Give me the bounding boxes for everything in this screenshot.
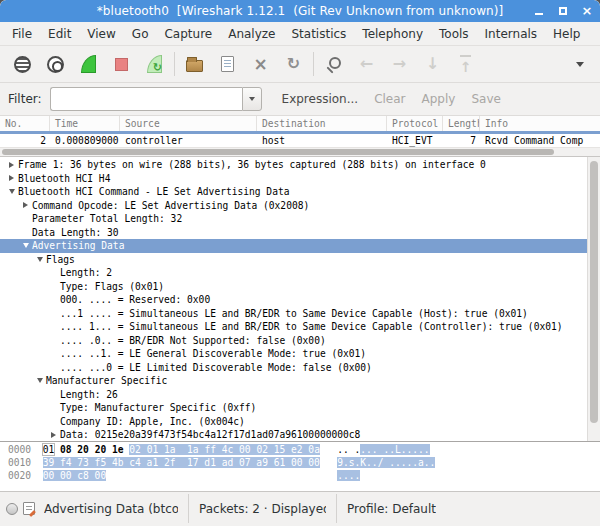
packet-list-pane: No.TimeSourceDestinationProtocolLengthIn… xyxy=(0,116,600,157)
expert-info-icon[interactable] xyxy=(6,503,18,515)
toolbar-separator xyxy=(174,52,175,76)
close-file-button[interactable]: × xyxy=(244,50,277,78)
status-field-info: Advertising Data (btcommon... xyxy=(44,502,178,516)
detail-row[interactable]: ...1 .... = Simultaneous LE and BR/EDR t… xyxy=(0,307,587,321)
open-file-button[interactable] xyxy=(178,50,211,78)
packet-cell: host xyxy=(257,134,387,147)
packet-list-column-header[interactable]: Protocol xyxy=(387,116,443,131)
detail-vscrollbar[interactable] xyxy=(587,157,600,441)
expression-button[interactable]: Expression... xyxy=(276,88,365,110)
expander-closed-icon[interactable] xyxy=(47,432,60,438)
interfaces-button[interactable] xyxy=(6,50,39,78)
capture-options-button[interactable] xyxy=(39,50,72,78)
packet-cell: HCI_EVT xyxy=(387,134,443,147)
packet-list-column-header[interactable]: Length xyxy=(443,116,480,131)
detail-row-label: Manufacturer Specific xyxy=(46,375,167,386)
expander-closed-icon[interactable] xyxy=(19,202,32,208)
packet-list-column-header[interactable]: Source xyxy=(120,116,257,131)
detail-row-label: Advertising Data xyxy=(32,240,124,251)
detail-row-label: .... .0.. = BR/EDR Not Supported: false … xyxy=(60,335,326,346)
reload-icon: ↻ xyxy=(287,56,300,72)
menu-item-edit[interactable]: Edit xyxy=(40,24,79,44)
detail-tree: Frame 1: 36 bytes on wire (288 bits), 36… xyxy=(0,158,587,442)
detail-row[interactable]: Bluetooth HCI H4 xyxy=(0,172,587,186)
packet-list-hscrollbar[interactable] xyxy=(0,147,600,156)
minimize-button[interactable] xyxy=(532,4,546,18)
detail-row[interactable]: Command Opcode: LE Set Advertising Data … xyxy=(0,199,587,213)
menu-item-help[interactable]: Help xyxy=(545,24,588,44)
detail-row[interactable]: Company ID: Apple, Inc. (0x004c) xyxy=(0,415,587,429)
packet-list-column-header[interactable]: No. xyxy=(0,116,50,131)
menu-item-analyze[interactable]: Analyze xyxy=(220,24,283,44)
maximize-button[interactable] xyxy=(556,4,570,18)
detail-row[interactable]: Frame 1: 36 bytes on wire (288 bits), 36… xyxy=(0,158,587,172)
hex-row[interactable]: 002000 00 c8 00.... xyxy=(8,470,600,483)
detail-row[interactable]: Length: 2 xyxy=(0,266,587,280)
expander-open-icon[interactable] xyxy=(19,243,32,248)
expander-open-icon[interactable] xyxy=(33,257,46,262)
go-to-top-button: ↑ xyxy=(449,50,482,78)
restart-capture-button[interactable] xyxy=(138,50,171,78)
menu-item-statistics[interactable]: Statistics xyxy=(283,24,354,44)
detail-row[interactable]: Type: Manufacturer Specific (0xff) xyxy=(0,401,587,415)
detail-row[interactable]: .... ..1. = LE General Discoverable Mode… xyxy=(0,347,587,361)
filter-dropdown-button[interactable] xyxy=(242,87,262,111)
start-capture-button[interactable] xyxy=(72,50,105,78)
hscrollbar-thumb[interactable] xyxy=(2,149,554,155)
detail-row-label: Flags xyxy=(46,254,75,265)
expander-closed-icon[interactable] xyxy=(5,162,18,168)
ascii-segment: .... xyxy=(337,470,360,481)
menu-item-capture[interactable]: Capture xyxy=(156,24,220,44)
packet-list-column-header[interactable]: Destination xyxy=(257,116,387,131)
find-button[interactable] xyxy=(317,50,350,78)
save-file-button[interactable] xyxy=(211,50,244,78)
menu-item-telephony[interactable]: Telephony xyxy=(354,24,431,44)
packet-list-column-header[interactable]: Time xyxy=(50,116,120,131)
detail-row[interactable]: Bluetooth HCI Command - LE Set Advertisi… xyxy=(0,185,587,199)
status-profile-section[interactable]: Profile: Default xyxy=(337,492,446,525)
menu-item-internals[interactable]: Internals xyxy=(477,24,546,44)
hex-row[interactable]: 001039 f4 73 f5 4b c4 a1 2f 17 d1 ad 07 … xyxy=(8,457,600,470)
expander-open-icon[interactable] xyxy=(33,378,46,383)
detail-row[interactable]: Advertising Data xyxy=(0,239,587,253)
titlebar[interactable]: *bluetooth0 [Wireshark 1.12.1 (Git Rev U… xyxy=(0,0,600,22)
menu-item-tools[interactable]: Tools xyxy=(431,24,477,44)
go-back-button: ← xyxy=(350,50,383,78)
detail-row[interactable]: Data Length: 30 xyxy=(0,226,587,240)
detail-row[interactable]: .... .0.. = BR/EDR Not Supported: false … xyxy=(0,334,587,348)
detail-row-label: Data Length: 30 xyxy=(32,227,119,238)
detail-row-label: Length: 26 xyxy=(60,389,118,400)
close-button[interactable]: × xyxy=(580,4,594,18)
filter-input[interactable] xyxy=(50,87,242,111)
overflow-button[interactable] xyxy=(567,50,600,78)
hex-row[interactable]: 000001 08 20 20 1e 02 01 1a 1a ff 4c 00 … xyxy=(8,444,600,457)
packet-list-column-header[interactable]: Info xyxy=(480,116,600,131)
detail-row[interactable]: .... 1... = Simultaneous LE and BR/EDR t… xyxy=(0,320,587,334)
detail-row[interactable]: Parameter Total Length: 32 xyxy=(0,212,587,226)
go-back-icon: ← xyxy=(360,56,373,72)
reload-button[interactable]: ↻ xyxy=(277,50,310,78)
stop-capture-button[interactable] xyxy=(105,50,138,78)
hex-bytes: 39 f4 73 f5 4b c4 a1 2f 17 d1 ad 07 a9 6… xyxy=(43,457,326,468)
detail-row[interactable]: Manufacturer Specific xyxy=(0,374,587,388)
menu-item-file[interactable]: File xyxy=(4,24,40,44)
detail-row[interactable]: Data: 0215e20a39f473f54bc4a12f17d1ad07a9… xyxy=(0,428,587,442)
detail-row[interactable]: 000. .... = Reserved: 0x00 xyxy=(0,293,587,307)
expander-closed-icon[interactable] xyxy=(5,175,18,181)
detail-row[interactable]: Type: Flags (0x01) xyxy=(0,280,587,294)
detail-row[interactable]: .... ...0 = LE Limited Discoverable Mode… xyxy=(0,361,587,375)
detail-row[interactable]: Length: 26 xyxy=(0,388,587,402)
expander-open-icon[interactable] xyxy=(5,189,18,194)
detail-row-label: Type: Flags (0x01) xyxy=(60,281,164,292)
menu-item-go[interactable]: Go xyxy=(124,24,157,44)
hex-ascii: .... xyxy=(337,470,360,481)
detail-row[interactable]: Flags xyxy=(0,253,587,267)
vscrollbar-thumb[interactable] xyxy=(590,161,598,423)
hex-bytes-pane[interactable]: 000001 08 20 20 1e 02 01 1a 1a ff 4c 00 … xyxy=(0,442,600,492)
status-bar: Advertising Data (btcommon... Packets: 2… xyxy=(0,492,600,525)
hex-bytes: 01 08 20 20 1e 02 01 1a 1a ff 4c 00 02 1… xyxy=(43,444,326,455)
menu-item-view[interactable]: View xyxy=(79,24,123,44)
capture-comment-icon[interactable] xyxy=(23,502,35,515)
close-file-icon: × xyxy=(253,56,267,73)
packet-row[interactable]: 20.000809000controllerhostHCI_EVT7Rcvd C… xyxy=(0,134,600,147)
